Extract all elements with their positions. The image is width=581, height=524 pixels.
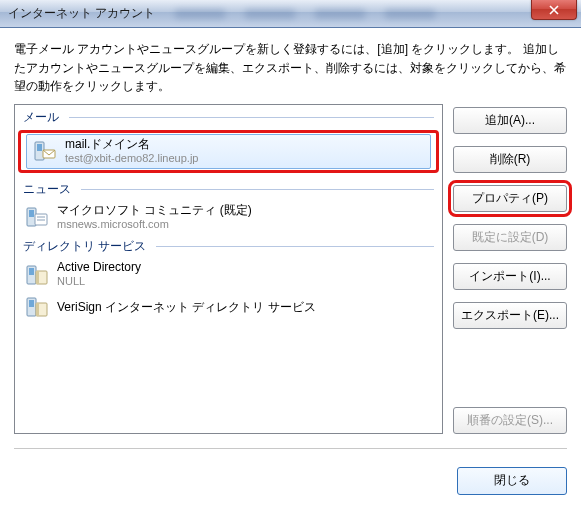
properties-button[interactable]: プロパティ(P): [453, 185, 567, 212]
section-rule: [69, 117, 434, 118]
svg-rect-9: [29, 268, 34, 275]
window-title: インターネット アカウント: [8, 5, 155, 22]
section-label: ニュース: [23, 181, 71, 198]
list-item[interactable]: マイクロソフト コミュニティ (既定) msnews.microsoft.com: [15, 200, 442, 235]
directory-icon: [25, 263, 49, 287]
section-label: ディレクトリ サービス: [23, 238, 146, 255]
title-bar: インターネット アカウント: [0, 0, 581, 28]
close-icon: [548, 5, 560, 15]
item-text: VeriSign インターネット ディレクトリ サービス: [57, 300, 316, 315]
section-header-directory: ディレクトリ サービス: [15, 234, 442, 257]
main-row: メール mail.ドメイン名 test@xbit-demo82.lineup.j…: [14, 104, 567, 434]
window-close-button[interactable]: [531, 0, 577, 20]
spacer: [453, 341, 567, 395]
section-header-mail: メール: [15, 105, 442, 128]
mail-account-icon: [33, 139, 57, 163]
item-subtitle: NULL: [57, 275, 141, 289]
item-title: VeriSign インターネット ディレクトリ サービス: [57, 300, 316, 315]
footer: 閉じる: [0, 467, 581, 505]
svg-rect-15: [36, 303, 39, 316]
dialog-body: 電子メール アカウントやニュースグループを新しく登録するには、[追加] をクリッ…: [0, 28, 581, 467]
svg-rect-13: [29, 300, 34, 307]
svg-rect-11: [36, 271, 39, 284]
titlebar-blur: [155, 0, 581, 27]
list-item[interactable]: Active Directory NULL: [15, 257, 442, 292]
directory-icon: [25, 295, 49, 319]
accounts-list-panel: メール mail.ドメイン名 test@xbit-demo82.lineup.j…: [14, 104, 443, 434]
description-text: 電子メール アカウントやニュースグループを新しく登録するには、[追加] をクリッ…: [14, 40, 567, 96]
export-button[interactable]: エクスポート(E)...: [453, 302, 567, 329]
item-subtitle: msnews.microsoft.com: [57, 218, 252, 232]
selected-highlight: mail.ドメイン名 test@xbit-demo82.lineup.jp: [18, 130, 439, 173]
set-order-button: 順番の設定(S)...: [453, 407, 567, 434]
item-title: Active Directory: [57, 260, 141, 275]
item-title: マイクロソフト コミュニティ (既定): [57, 203, 252, 218]
section-rule: [81, 189, 434, 190]
news-account-icon: [25, 205, 49, 229]
footer-rule: [14, 448, 567, 449]
item-text: マイクロソフト コミュニティ (既定) msnews.microsoft.com: [57, 203, 252, 232]
button-column: 追加(A)... 削除(R) プロパティ(P) 既定に設定(D) インポート(I…: [453, 104, 567, 434]
item-text: Active Directory NULL: [57, 260, 141, 289]
import-button[interactable]: インポート(I)...: [453, 263, 567, 290]
item-title: mail.ドメイン名: [65, 137, 198, 152]
set-default-button: 既定に設定(D): [453, 224, 567, 251]
svg-rect-1: [37, 144, 42, 151]
remove-button[interactable]: 削除(R): [453, 146, 567, 173]
svg-rect-4: [29, 210, 34, 217]
section-rule: [156, 246, 434, 247]
item-subtitle: test@xbit-demo82.lineup.jp: [65, 152, 198, 166]
list-item[interactable]: VeriSign インターネット ディレクトリ サービス: [15, 292, 442, 322]
close-button[interactable]: 閉じる: [457, 467, 567, 495]
list-item[interactable]: mail.ドメイン名 test@xbit-demo82.lineup.jp: [26, 134, 431, 169]
add-button[interactable]: 追加(A)...: [453, 107, 567, 134]
section-label: メール: [23, 109, 59, 126]
item-text: mail.ドメイン名 test@xbit-demo82.lineup.jp: [65, 137, 198, 166]
section-header-news: ニュース: [15, 177, 442, 200]
